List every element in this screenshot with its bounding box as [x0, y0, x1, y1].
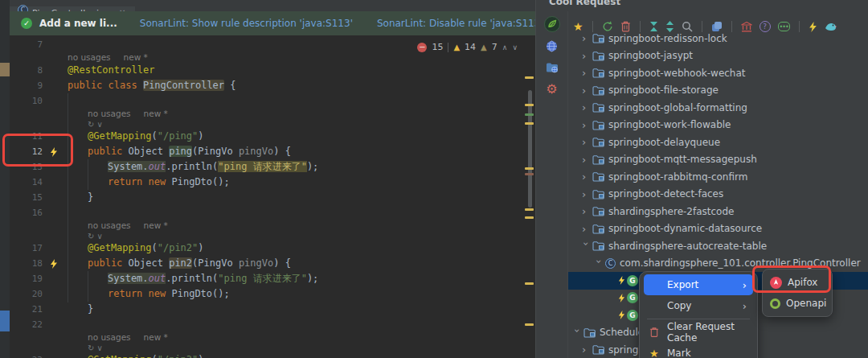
strip-slot-folder-globe[interactable]: [542, 59, 562, 76]
chevron-down-icon[interactable]: ›: [572, 328, 583, 336]
tree-item-springboot-jasypt[interactable]: ›springboot-jasypt: [568, 47, 868, 65]
quickfix-action[interactable]: Add a new li...: [39, 18, 117, 29]
module-icon[interactable]: [592, 154, 604, 165]
code-vision-icon-row[interactable]: ↻ ∨: [10, 119, 523, 129]
strip-slot-gear[interactable]: ⚙: [542, 80, 562, 98]
sonarlint-disable-rule-link[interactable]: SonarLint: Disable rule 'java:S113': [377, 18, 543, 29]
chevron-right-icon[interactable]: ›: [582, 102, 590, 113]
tree-item-springboot-rabbitmq-confirm[interactable]: ›springboot-rabbitmq-confirm: [568, 168, 868, 186]
tree-item-springboot-webhook-wechat[interactable]: ›springboot-webhook-wechat: [568, 64, 868, 82]
chevron-right-icon[interactable]: ›: [582, 154, 590, 165]
chevron-right-icon[interactable]: ›: [582, 206, 590, 216]
prev-issue-chevron[interactable]: ∧: [502, 43, 508, 51]
stripe-mark[interactable]: [525, 104, 534, 106]
tree-item-springboot-detect-faces[interactable]: ›springboot-detect-faces: [568, 186, 868, 204]
code-vision-icon[interactable]: ↻ ∨: [88, 232, 103, 241]
code-line-20[interactable]: 20return new PingDto();: [10, 286, 523, 302]
chevron-right-icon[interactable]: ›: [582, 171, 590, 182]
module-icon[interactable]: [592, 137, 604, 147]
usage-hint[interactable]: new *: [144, 332, 168, 342]
stripe-mark[interactable]: [525, 167, 534, 170]
inspection-widget[interactable]: − 15 ▲ 14 ▲ 7 ∧ ∨: [417, 42, 518, 52]
code-vision-icon-row[interactable]: ↻ ∨: [10, 343, 523, 352]
code-line-15[interactable]: 15}: [10, 190, 523, 205]
usage-hint[interactable]: new *: [144, 220, 168, 230]
inlay-hint-row[interactable]: no usagesnew *: [10, 220, 523, 231]
gear-icon[interactable]: ⚙: [546, 83, 557, 96]
module-icon[interactable]: [592, 85, 604, 96]
chevron-right-icon[interactable]: ›: [582, 68, 590, 78]
usage-hint[interactable]: no usages: [88, 109, 131, 118]
menu-item-export[interactable]: Export›: [644, 274, 753, 295]
code-vision-icon[interactable]: ↻ ∨: [88, 120, 103, 129]
tree-item-springboot-mqtt-messagepush[interactable]: ›springboot-mqtt-messagepush: [568, 151, 868, 169]
stripe-mark[interactable]: [525, 282, 534, 285]
folder-globe-icon[interactable]: [546, 62, 559, 73]
endpoint-bolt-icon[interactable]: [47, 256, 61, 271]
usage-hint[interactable]: no usages: [68, 52, 111, 62]
module-icon[interactable]: [592, 206, 604, 216]
code-vision-icon-row[interactable]: ↻ ∨: [10, 231, 523, 241]
code-line-18[interactable]: 18public Object pin2(PingVo pingVo) {: [10, 256, 523, 271]
chevron-right-icon[interactable]: ›: [582, 224, 590, 234]
tree-item-springboot-file-storage[interactable]: ›springboot-file-storage: [568, 82, 868, 100]
stripe-mark[interactable]: [525, 173, 534, 175]
inlay-hint-row[interactable]: no usagesnew *: [10, 52, 523, 63]
code-editor[interactable]: 7no usagesnew *8@RestController9public c…: [10, 35, 535, 358]
code-line-9[interactable]: 9public class PingController {: [10, 78, 523, 93]
code-vision-icon[interactable]: ↻ ∨: [88, 344, 103, 352]
strip-slot-globe[interactable]: [542, 37, 562, 55]
tree-item-shardingsphere-2fastcode[interactable]: ›shardingsphere-2fastcode: [568, 203, 868, 220]
code-line-10[interactable]: 10: [10, 93, 523, 109]
chevron-right-icon[interactable]: ›: [582, 344, 590, 355]
menu-item-mark[interactable]: ★Mark: [644, 343, 753, 358]
code-line-16[interactable]: 16: [10, 205, 523, 220]
code-line-17[interactable]: 17@GetMapping("/pin2"): [10, 241, 523, 256]
strip-slot-spring-leaf[interactable]: [542, 15, 562, 33]
bolt-icon[interactable]: [50, 259, 58, 269]
inlay-hint-row[interactable]: no usagesnew *: [10, 332, 523, 343]
tree-item-shardingsphere-autocreate-table[interactable]: ›shardingsphere-autocreate-table: [568, 237, 868, 255]
code-line-22[interactable]: 22: [10, 317, 523, 332]
module-icon[interactable]: [592, 189, 604, 200]
chevron-right-icon[interactable]: ›: [582, 120, 590, 130]
chevron-down-icon[interactable]: ›: [594, 259, 604, 267]
module-icon[interactable]: [592, 344, 604, 355]
tree-item-springboot-global-formatting[interactable]: ›springboot-global-formatting: [568, 99, 868, 117]
module-icon[interactable]: [592, 68, 604, 78]
tree-item-springboot-work-flowable[interactable]: ›springboot-work-flowable: [568, 117, 868, 134]
module-icon[interactable]: [592, 120, 604, 130]
scrollbar-thumb[interactable]: [528, 90, 532, 208]
next-issue-chevron[interactable]: ∨: [512, 43, 518, 51]
stripe-mark[interactable]: [525, 122, 534, 125]
module-icon[interactable]: [592, 33, 604, 43]
stripe-mark[interactable]: [525, 76, 534, 79]
tree-item-springboot-dynamic-datasource[interactable]: ›springboot-dynamic-datasource: [568, 220, 868, 238]
usage-hint[interactable]: no usages: [88, 220, 131, 230]
code-line-8[interactable]: 8@RestController: [10, 63, 523, 78]
error-stripe-scrollbar[interactable]: [523, 35, 535, 358]
code-line-19[interactable]: 19System.out.println("ping 请求进来了");: [10, 271, 523, 286]
spring-leaf-icon[interactable]: [544, 16, 560, 32]
module-icon[interactable]: [592, 224, 604, 234]
chevron-down-icon[interactable]: ›: [581, 242, 592, 250]
code-line-21[interactable]: 21}: [10, 302, 523, 317]
tree-item-springboot-delayqueue[interactable]: ›springboot-delayqueue: [568, 134, 868, 151]
code-line-11[interactable]: 11@GetMapping("/ping"): [10, 129, 523, 144]
module-icon[interactable]: [592, 102, 604, 113]
code-line-13[interactable]: 13System.out.println("ping 请求进来了");: [10, 159, 523, 175]
stripe-mark[interactable]: [525, 323, 534, 326]
chevron-right-icon[interactable]: ›: [582, 85, 590, 96]
module-icon[interactable]: [592, 51, 604, 61]
chevron-right-icon[interactable]: ›: [582, 189, 590, 200]
module-icon[interactable]: [592, 241, 604, 251]
menu-item-clear-request-cache[interactable]: Clear Request Cache: [644, 322, 753, 343]
module-icon[interactable]: [583, 327, 596, 338]
code-line-14[interactable]: 14return new PingDto();: [10, 175, 523, 190]
module-icon[interactable]: [592, 171, 604, 182]
menu-item-copy[interactable]: Copy›: [644, 295, 753, 316]
stripe-mark[interactable]: [525, 113, 534, 116]
chevron-right-icon[interactable]: ›: [582, 51, 590, 61]
chevron-right-icon[interactable]: ›: [582, 33, 590, 43]
inlay-hint-row[interactable]: no usagesnew *: [10, 109, 523, 119]
